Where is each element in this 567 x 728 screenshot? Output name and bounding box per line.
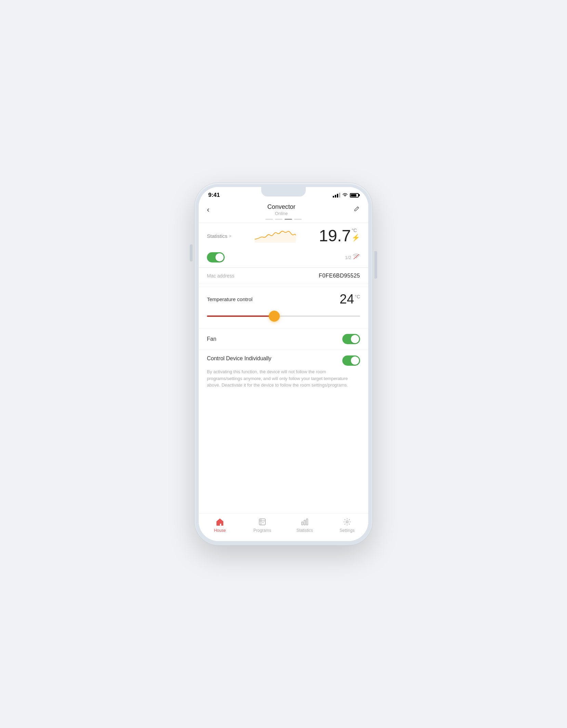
statistics-label: Statistics bbox=[296, 528, 313, 533]
svg-rect-5 bbox=[302, 522, 303, 525]
tab-dot-3 bbox=[285, 219, 292, 220]
content-area: Statistics > 19.7 °C ⚡ bbox=[199, 223, 368, 513]
back-button[interactable]: ‹ bbox=[207, 205, 209, 214]
fan-toggle[interactable] bbox=[342, 334, 360, 344]
slider-track-left bbox=[207, 315, 279, 317]
programs-icon bbox=[258, 517, 267, 527]
house-label: House bbox=[214, 528, 226, 533]
current-temperature: 19.7 bbox=[319, 228, 351, 244]
fan-row: Fan bbox=[199, 328, 368, 350]
temperature-display: 19.7 °C ⚡ bbox=[319, 228, 360, 244]
toggle-knob bbox=[215, 253, 224, 261]
divider-temp bbox=[199, 284, 368, 284]
page-title: Convector bbox=[267, 203, 295, 211]
slider-track bbox=[207, 315, 360, 317]
power-toggle[interactable] bbox=[207, 252, 225, 262]
control-device-toggle-knob bbox=[351, 356, 359, 365]
online-status: Online bbox=[267, 211, 295, 216]
nav-header: ‹ Convector Online bbox=[199, 201, 368, 217]
wifi-icon bbox=[342, 193, 348, 198]
signal-text: 1/2 bbox=[345, 255, 351, 260]
notch bbox=[261, 187, 306, 197]
signal-wifi-icon bbox=[353, 254, 360, 261]
mac-value: F0FE6BD95525 bbox=[319, 273, 360, 279]
control-device-section: Control Device Individually By activatin… bbox=[199, 350, 368, 395]
temp-unit-block: °C ⚡ bbox=[352, 228, 360, 242]
stats-row: Statistics > 19.7 °C ⚡ bbox=[199, 223, 368, 249]
battery-icon bbox=[350, 193, 359, 198]
slider-track-right bbox=[279, 315, 360, 317]
target-temperature: 24 bbox=[340, 293, 354, 306]
svg-rect-7 bbox=[306, 519, 308, 525]
stats-label[interactable]: Statistics bbox=[207, 233, 227, 239]
fan-toggle-knob bbox=[351, 335, 359, 343]
control-device-title: Control Device Individually bbox=[207, 355, 338, 362]
nav-item-statistics[interactable]: Statistics bbox=[293, 517, 317, 533]
nav-item-house[interactable]: House bbox=[208, 517, 232, 533]
stats-chart bbox=[255, 229, 296, 243]
stats-chevron-icon: > bbox=[229, 233, 232, 239]
slider-thumb[interactable] bbox=[269, 311, 280, 322]
stats-left: Statistics > bbox=[207, 233, 232, 239]
phone-screen: 9:41 ‹ Conve bbox=[199, 187, 368, 541]
settings-label: Settings bbox=[340, 528, 354, 533]
statistics-icon bbox=[300, 517, 309, 527]
programs-label: Programs bbox=[253, 528, 271, 533]
power-bolt-icon: ⚡ bbox=[352, 233, 360, 242]
toggle-row: 1/2 bbox=[199, 249, 368, 267]
edit-button[interactable] bbox=[353, 205, 360, 214]
tab-dot-4 bbox=[294, 219, 302, 220]
temp-control-value: 24 °C bbox=[340, 293, 360, 306]
status-time: 9:41 bbox=[208, 192, 220, 199]
tab-dot-2 bbox=[275, 219, 282, 220]
bottom-nav: House Programs bbox=[199, 513, 368, 541]
mac-row: Mac address F0FE6BD95525 bbox=[199, 268, 368, 284]
signal-strength: 1/2 bbox=[345, 254, 360, 261]
svg-point-8 bbox=[346, 521, 348, 523]
status-icons bbox=[333, 193, 359, 198]
mac-label: Mac address bbox=[207, 273, 234, 279]
nav-item-programs[interactable]: Programs bbox=[250, 517, 274, 533]
control-device-header: Control Device Individually bbox=[207, 355, 360, 366]
fan-label: Fan bbox=[207, 336, 216, 342]
temp-control-label: Temperature control bbox=[207, 296, 252, 302]
settings-icon bbox=[342, 517, 352, 527]
temp-control-header: Temperature control 24 °C bbox=[207, 293, 360, 306]
tab-dot-1 bbox=[265, 219, 273, 220]
temp-slider[interactable] bbox=[207, 311, 360, 321]
tab-indicators bbox=[199, 217, 368, 223]
temp-unit: °C bbox=[352, 228, 357, 233]
nav-item-settings[interactable]: Settings bbox=[335, 517, 359, 533]
control-device-description: By activating this function, the device … bbox=[207, 368, 360, 389]
nav-title-block: Convector Online bbox=[267, 203, 295, 216]
signal-bars-icon bbox=[333, 193, 340, 198]
svg-rect-6 bbox=[304, 520, 305, 525]
target-temp-unit: °C bbox=[355, 294, 360, 299]
temp-control-section: Temperature control 24 °C bbox=[199, 287, 368, 328]
control-device-toggle[interactable] bbox=[342, 355, 360, 366]
svg-rect-1 bbox=[259, 519, 265, 525]
phone-frame: 9:41 ‹ Conve bbox=[195, 183, 372, 545]
house-icon bbox=[215, 517, 225, 527]
